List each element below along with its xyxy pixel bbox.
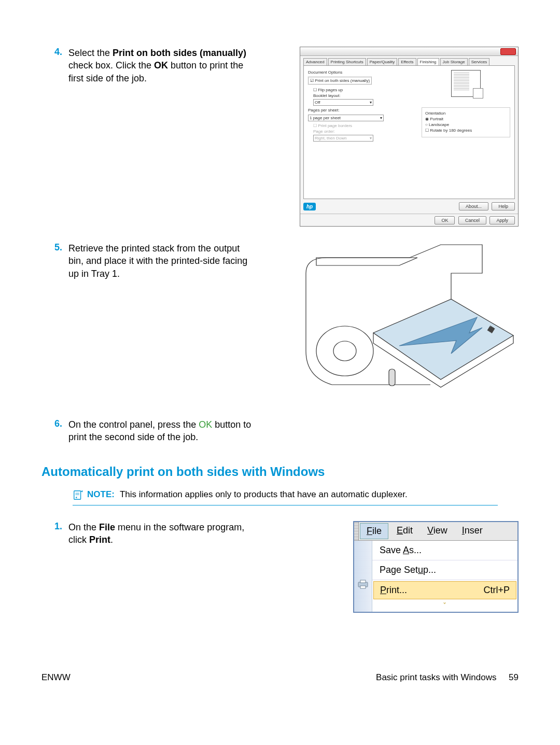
print-page-borders-checkbox: ☐ Print page borders	[313, 123, 416, 128]
ok-green-text: OK	[199, 419, 212, 430]
tab-paper-quality[interactable]: Paper/Quality	[367, 58, 397, 65]
tab-advanced[interactable]: Advanced	[303, 58, 327, 65]
step-text: On the control panel, press the OK butto…	[68, 418, 255, 444]
hp-logo: hp	[303, 203, 316, 210]
tab-effects[interactable]: Effects	[398, 58, 416, 65]
tab-strip: Advanced Printing Shortcuts Paper/Qualit…	[300, 58, 518, 65]
tab-printing-shortcuts[interactable]: Printing Shortcuts	[328, 58, 366, 65]
step-text: Retrieve the printed stack from the outp…	[68, 242, 255, 280]
footer-right-text: Basic print tasks with Windows	[376, 672, 496, 682]
printer-illustration: ⬛	[265, 242, 519, 403]
menubar: File Edit View Inser	[354, 522, 517, 541]
svg-rect-2	[389, 369, 395, 386]
menu-item-page-setup[interactable]: Page Setup...	[372, 560, 517, 580]
print-properties-dialog: Advanced Printing Shortcuts Paper/Qualit…	[300, 47, 519, 227]
about-button[interactable]: About...	[459, 202, 488, 210]
page-order-dropdown: Right, then Down	[313, 135, 373, 142]
rotate-180-checkbox[interactable]: ☐ Rotate by 180 degrees	[425, 128, 507, 133]
toolbar-grip-icon	[354, 522, 359, 540]
svg-rect-9	[360, 586, 366, 588]
step-number: 1.	[41, 521, 62, 532]
step-5: 5. Retrieve the printed stack from the o…	[41, 242, 519, 403]
menu-file[interactable]: File	[360, 523, 388, 539]
menu-item-print[interactable]: Print... Ctrl+P	[373, 581, 516, 599]
tab-job-storage[interactable]: Job Storage	[440, 58, 468, 65]
step-number: 6.	[41, 418, 62, 429]
expand-menu-chevron-icon[interactable]: ˅	[372, 600, 517, 612]
note-label: NOTE:	[87, 489, 115, 500]
page-order-label: Page order:	[313, 129, 416, 134]
menu-icon-strip	[354, 541, 372, 612]
page-number: 59	[509, 672, 519, 682]
ok-button[interactable]: OK	[435, 216, 455, 224]
note-icon	[73, 489, 84, 501]
svg-rect-4	[74, 490, 81, 499]
footer-left: ENWW	[41, 672, 71, 683]
step-text: Select the Print on both sides (manually…	[68, 47, 255, 85]
section-heading: Automatically print on both sides with W…	[41, 465, 519, 479]
page-footer: ENWW Basic print tasks with Windows 59	[41, 672, 519, 683]
file-menu-figure: File Edit View Inser	[265, 521, 519, 613]
pages-per-sheet-label: Pages per sheet:	[308, 108, 416, 113]
printer-icon	[357, 579, 369, 589]
flip-pages-up-checkbox[interactable]: ☐ Flip pages up	[313, 88, 416, 92]
shortcut-text: Ctrl+P	[483, 585, 510, 596]
note-block: NOTE: This information applies only to p…	[73, 489, 498, 505]
landscape-radio[interactable]: ○ Landscape	[425, 122, 507, 127]
svg-point-0	[316, 326, 373, 376]
menu-item-save-as[interactable]: Save As...	[372, 541, 517, 560]
help-button[interactable]: Help	[492, 202, 515, 210]
menu-edit[interactable]: Edit	[389, 522, 420, 540]
close-icon[interactable]	[500, 48, 516, 55]
booklet-layout-label: Booklet layout:	[313, 93, 416, 98]
file-menu: File Edit View Inser	[353, 521, 519, 613]
step-number: 4.	[41, 47, 62, 58]
portrait-radio[interactable]: ◉ Portrait	[425, 117, 507, 121]
apply-button[interactable]: Apply	[489, 216, 515, 224]
print-dialog-figure: Advanced Printing Shortcuts Paper/Qualit…	[265, 47, 519, 227]
svg-rect-8	[360, 580, 366, 583]
booklet-layout-dropdown[interactable]: Off	[313, 99, 373, 106]
svg-point-1	[333, 341, 356, 361]
pages-per-sheet-dropdown[interactable]: 1 page per sheet	[308, 115, 384, 121]
tab-finishing[interactable]: Finishing	[417, 58, 439, 65]
menu-insert[interactable]: Inser	[455, 522, 490, 540]
step-6: 6. On the control panel, press the OK bu…	[41, 418, 519, 444]
note-text: This information applies only to product…	[120, 489, 408, 500]
orientation-label: Orientation	[425, 111, 507, 116]
cancel-button[interactable]: Cancel	[458, 216, 486, 224]
step-4: 4. Select the Print on both sides (manua…	[41, 47, 519, 227]
tab-services[interactable]: Services	[469, 58, 490, 65]
document-options-label: Document Options	[308, 70, 416, 75]
step-number: 5.	[41, 242, 62, 253]
page-preview	[451, 70, 481, 97]
print-both-sides-checkbox[interactable]: ☑ Print on both sides (manually)	[308, 77, 372, 85]
printer-tray-svg: ⬛	[296, 242, 519, 403]
step-text: On the File menu in the software program…	[68, 521, 255, 546]
orientation-group: Orientation ◉ Portrait ○ Landscape ☐ Rot…	[422, 107, 510, 137]
dialog-titlebar	[300, 47, 518, 56]
menu-view[interactable]: View	[420, 522, 455, 540]
step-1-auto: 1. On the File menu in the software prog…	[41, 521, 519, 613]
